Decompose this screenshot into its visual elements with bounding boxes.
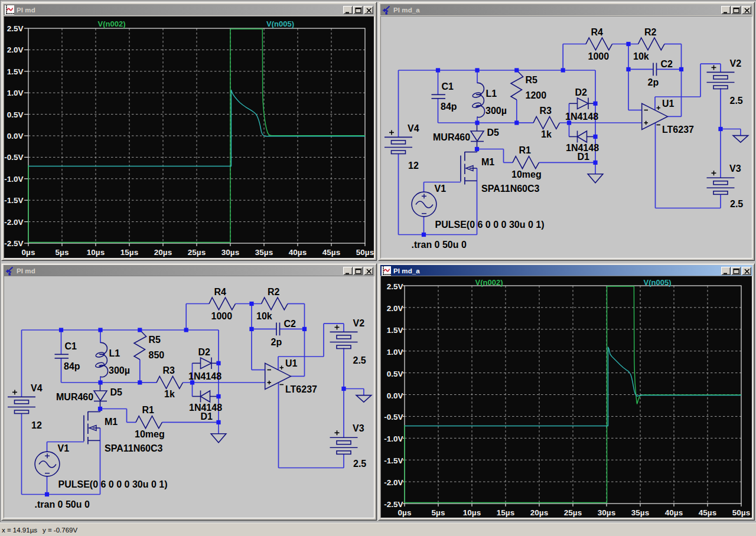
svg-text:C2: C2 (661, 59, 673, 69)
svg-text:50µs: 50µs (732, 508, 750, 517)
svg-text:.tran 0 50u 0: .tran 0 50u 0 (35, 499, 90, 509)
svg-text:5µs: 5µs (56, 248, 69, 257)
svg-text:0µs: 0µs (398, 508, 412, 517)
svg-text:300µ: 300µ (485, 106, 507, 116)
svg-text:84p: 84p (64, 361, 80, 371)
svg-text:LT6237: LT6237 (662, 125, 694, 135)
svg-text:PULSE(0 6 0 0 0 30u 0 1): PULSE(0 6 0 0 0 30u 0 1) (58, 479, 168, 489)
svg-text:84p: 84p (441, 102, 457, 112)
svg-text:2.0V: 2.0V (7, 45, 24, 54)
svg-text:R1: R1 (142, 405, 155, 415)
svg-text:40µs: 40µs (289, 248, 307, 257)
svg-text:1k: 1k (164, 389, 175, 399)
svg-text:-0.5V: -0.5V (384, 413, 403, 421)
svg-text:2p: 2p (648, 77, 659, 87)
svg-text:1.0V: 1.0V (7, 89, 24, 97)
svg-text:-2.0V: -2.0V (384, 478, 403, 487)
svg-text:V4: V4 (408, 123, 419, 133)
svg-text:MUR460: MUR460 (433, 132, 470, 142)
svg-text:V1: V1 (435, 184, 447, 194)
svg-text:20µs: 20µs (154, 248, 172, 257)
svg-text:5µs: 5µs (432, 508, 445, 517)
svg-text:C1: C1 (65, 341, 77, 351)
svg-text:R3: R3 (540, 106, 552, 116)
svg-text:V3: V3 (353, 423, 364, 433)
svg-text:1200: 1200 (526, 90, 547, 100)
svg-text:10µs: 10µs (87, 248, 105, 257)
svg-text:V2: V2 (730, 58, 742, 68)
svg-text:R5: R5 (526, 75, 538, 85)
svg-text:10meg: 10meg (135, 429, 165, 439)
svg-text:1000: 1000 (588, 51, 610, 61)
svg-text:U1: U1 (662, 99, 674, 109)
svg-text:2.5: 2.5 (353, 459, 366, 469)
svg-text:U1: U1 (285, 358, 298, 368)
svg-text:15µs: 15µs (120, 248, 138, 257)
svg-text:30µs: 30µs (598, 508, 615, 517)
svg-text:1N4148: 1N4148 (565, 112, 598, 122)
svg-text:R4: R4 (214, 287, 227, 297)
svg-text:0.0V: 0.0V (387, 391, 403, 400)
svg-text:V(n002): V(n002) (475, 278, 503, 287)
svg-text:35µs: 35µs (255, 248, 273, 257)
svg-text:-1.5V: -1.5V (4, 196, 23, 205)
svg-text:D5: D5 (487, 128, 500, 138)
svg-text:2.5V: 2.5V (7, 24, 24, 33)
svg-text:2.0V: 2.0V (387, 304, 403, 313)
svg-text:D5: D5 (110, 387, 123, 397)
svg-text:2.5: 2.5 (353, 355, 366, 365)
svg-text:1.5V: 1.5V (387, 326, 403, 335)
svg-text:20µs: 20µs (530, 508, 548, 517)
svg-text:2p: 2p (271, 337, 282, 347)
svg-text:PULSE(0 6 0 0 0 30u 0 1): PULSE(0 6 0 0 0 30u 0 1) (435, 220, 545, 230)
svg-text:25µs: 25µs (564, 508, 582, 517)
svg-text:V(n002): V(n002) (98, 19, 126, 28)
svg-text:2.5: 2.5 (730, 96, 743, 106)
svg-text:300µ: 300µ (109, 365, 130, 375)
svg-text:10k: 10k (633, 51, 649, 61)
svg-text:SPA11N60C3: SPA11N60C3 (481, 184, 540, 194)
svg-text:MUR460: MUR460 (56, 392, 93, 402)
svg-text:-2.5V: -2.5V (384, 500, 403, 509)
svg-text:LT6237: LT6237 (285, 384, 317, 394)
svg-text:.tran 0 50u 0: .tran 0 50u 0 (412, 240, 467, 250)
svg-text:850: 850 (149, 350, 165, 360)
svg-text:1000: 1000 (211, 311, 233, 321)
svg-text:D2: D2 (575, 87, 588, 97)
svg-text:35µs: 35µs (631, 508, 649, 517)
svg-text:0.0V: 0.0V (7, 132, 24, 140)
svg-text:R1: R1 (519, 145, 532, 155)
svg-text:D1: D1 (578, 152, 590, 162)
svg-text:L1: L1 (486, 89, 497, 99)
svg-text:12: 12 (408, 161, 419, 171)
svg-text:1.5V: 1.5V (7, 67, 24, 76)
svg-text:30µs: 30µs (221, 248, 239, 257)
svg-text:10µs: 10µs (463, 508, 481, 517)
svg-text:V4: V4 (31, 383, 43, 393)
svg-text:R2: R2 (268, 287, 280, 297)
svg-text:0.5V: 0.5V (7, 110, 24, 119)
svg-text:V3: V3 (729, 164, 741, 174)
svg-text:C2: C2 (284, 319, 296, 329)
svg-text:2.5V: 2.5V (387, 282, 403, 291)
svg-text:V(n005): V(n005) (266, 19, 294, 28)
svg-text:1.0V: 1.0V (387, 348, 403, 357)
svg-text:R2: R2 (644, 27, 657, 37)
svg-text:-2.0V: -2.0V (4, 218, 23, 227)
svg-text:2.5: 2.5 (730, 199, 743, 209)
svg-text:V1: V1 (58, 443, 70, 453)
svg-text:1N4148: 1N4148 (188, 371, 221, 381)
svg-text:45µs: 45µs (322, 248, 340, 257)
svg-text:R4: R4 (591, 27, 604, 37)
svg-text:D1: D1 (201, 411, 213, 421)
svg-text:50µs: 50µs (356, 248, 374, 257)
svg-text:R5: R5 (149, 335, 161, 345)
svg-text:V2: V2 (353, 318, 365, 328)
svg-text:-1.0V: -1.0V (384, 434, 403, 443)
svg-text:-2.5V: -2.5V (4, 239, 23, 248)
svg-text:D2: D2 (198, 347, 211, 357)
svg-text:SPA11N60C3: SPA11N60C3 (105, 443, 163, 453)
svg-text:10k: 10k (256, 311, 272, 321)
svg-text:C1: C1 (442, 81, 454, 91)
svg-text:-1.5V: -1.5V (384, 456, 403, 465)
